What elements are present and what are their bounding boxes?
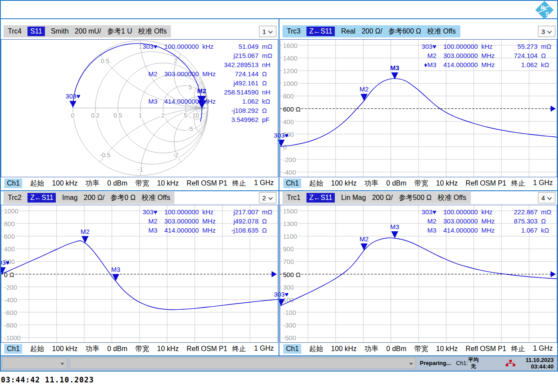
- stop-frequency: 终止1 GHz: [511, 345, 553, 354]
- channel-chip[interactable]: Ch1: [283, 179, 301, 188]
- vertical-splitter[interactable]: [279, 19, 279, 355]
- channel-chip[interactable]: Ch1: [4, 344, 22, 354]
- stop-label: 终止: [232, 345, 246, 354]
- statusbar-dropdown-left[interactable]: [2, 358, 67, 369]
- plot-area-trc1[interactable]: 150013001100900700500 Ω300100-100-300-50…: [280, 205, 557, 343]
- marker-readout-row: M3414.000000MHz-j108.635Ω: [132, 226, 275, 235]
- svg-text:-800: -800: [4, 321, 17, 329]
- marker-value: 1.062: [496, 60, 538, 69]
- measurement-chip[interactable]: Z←S11: [27, 193, 56, 203]
- marker-name: M2: [132, 216, 157, 226]
- marker-frequency: 414.000000: [157, 226, 199, 235]
- measurement-chip[interactable]: Z←S11: [306, 193, 335, 203]
- svg-text:900: 900: [283, 245, 294, 253]
- marker-readout: 303♥100.000000kHz51.049mΩj215.067mΩ342.2…: [132, 42, 275, 124]
- marker-frequency-unit: MHz: [478, 216, 496, 226]
- format-label: Lin Mag: [341, 194, 366, 202]
- measurement-chip[interactable]: S11: [27, 27, 44, 36]
- plot-area-trc4[interactable]: 00.20.5125100.5125-0.5-1-2-5303♥M2303♥10…: [1, 39, 278, 177]
- marker-frequency: [157, 78, 199, 88]
- titlebar: R S: [1, 1, 557, 19]
- window-select-dropdown-1[interactable]: 1: [259, 26, 276, 37]
- trace-header-trc4[interactable]: Trc4S11Smith200 mU/参考1 U校准 Offs: [3, 25, 171, 37]
- footer-item-label: 起始: [30, 345, 44, 354]
- marker-value: 342.289513: [217, 60, 259, 69]
- window-select-dropdown-2[interactable]: 2: [259, 192, 276, 203]
- measurement-chip[interactable]: Z←S11: [306, 27, 335, 36]
- marker-value-unit: pF: [259, 115, 275, 124]
- svg-text:-600: -600: [4, 309, 17, 316]
- footer-item-label: 起始: [30, 179, 44, 188]
- trace-header-trc2[interactable]: Trc2Z←S11Imag200 Ω/参考0 Ω校准 Offs: [3, 192, 174, 204]
- plot-area-trc3[interactable]: 1600140012001000800600 Ω4002000-200-4003…: [280, 39, 557, 177]
- footer-item-label: 带宽: [414, 345, 428, 354]
- marker-frequency-unit: [199, 88, 217, 97]
- marker-name: ♦M3: [411, 60, 436, 69]
- footer-item-value: 10 kHz: [157, 345, 179, 353]
- footer-item-value: 100 kHz: [52, 179, 78, 187]
- channel-chip[interactable]: Ch1: [4, 179, 22, 188]
- stop-value: 1 GHz: [254, 345, 274, 354]
- footer-item-value: 0 dBm: [386, 179, 406, 187]
- marker-frequency: 303.000000: [157, 69, 199, 78]
- app-window: R S Trc4S11Smith200 mU/参考1 U校准 Offs100.2…: [0, 0, 558, 372]
- svg-text:-100: -100: [283, 309, 296, 316]
- marker-triangle-m2-label: M2: [360, 235, 369, 243]
- marker-frequency: [157, 115, 199, 124]
- marker-readout-row: M2303.000000MHz724.104Ω: [411, 51, 554, 60]
- channel-chip[interactable]: Ch1: [283, 344, 301, 354]
- smith-marker-label-0: 303♥: [65, 92, 80, 100]
- marker-value-unit: Ω: [259, 216, 275, 226]
- marker-value-unit: kΩ: [538, 60, 554, 69]
- scale-label: 200 Ω/: [361, 27, 382, 35]
- footer-item-label: Refl OSM P1: [466, 179, 506, 187]
- marker-readout-row: M3414.000000MHz1.062kΩ: [132, 97, 275, 106]
- svg-text:1200: 1200: [283, 67, 297, 74]
- marker-readout: 303♥100.000000kHzj217.007mΩM2303.000000M…: [132, 207, 275, 235]
- marker-value-unit: Ω: [259, 78, 275, 88]
- trace-name-label: Trc3: [287, 27, 300, 35]
- marker-readout: 303♥100.000000kHz222.867mΩM2303.000000MH…: [411, 207, 554, 235]
- marker-value-unit: nH: [259, 60, 275, 69]
- plot-area-trc2[interactable]: 10008006004002000 Ω-200-400-600-800-1000…: [1, 205, 278, 343]
- marker-value: j492.078: [217, 216, 259, 226]
- marker-value: 222.867: [496, 207, 538, 216]
- svg-text:0 Ω: 0 Ω: [4, 271, 14, 278]
- marker-frequency: 303.000000: [436, 51, 478, 60]
- marker-value-unit: mΩ: [259, 51, 275, 60]
- marker-frequency-unit: [199, 106, 217, 115]
- stop-value: 1 GHz: [254, 179, 274, 188]
- marker-triangle-m2[interactable]: [82, 236, 88, 243]
- horizontal-splitter[interactable]: [1, 190, 557, 191]
- marker-frequency-unit: MHz: [478, 60, 496, 69]
- svg-text:0: 0: [71, 112, 75, 119]
- marker-triangle-m3[interactable]: [112, 274, 119, 281]
- svg-text:-0.5: -0.5: [100, 152, 110, 159]
- marker-frequency: 100.000000: [436, 42, 478, 51]
- logo-letter-s: S: [545, 10, 549, 17]
- window-select-dropdown-3[interactable]: 3: [538, 26, 555, 37]
- window-select-dropdown-4[interactable]: 4: [538, 192, 555, 203]
- statusbar-field[interactable]: [70, 358, 416, 369]
- calibration-label: 校准 Offs: [138, 27, 167, 36]
- window-number: 4: [541, 194, 545, 202]
- svg-text:0.2: 0.2: [91, 112, 100, 119]
- svg-text:-2: -2: [173, 152, 179, 159]
- marker-readout-row: M2303.000000MHz875.303Ω: [411, 216, 554, 226]
- channel-footer: Ch1起始100 kHz功率0 dBm带宽10 kHzRefl OSM P1终止…: [280, 177, 557, 189]
- trace-header-trc3[interactable]: Trc3Z←S11Real200 Ω/参考600 Ω校准 Offs: [282, 25, 460, 37]
- marker-frequency-unit: [199, 115, 217, 124]
- rs-logo: R S: [534, 0, 555, 22]
- marker-readout-row: j492.161Ω: [132, 78, 275, 88]
- stop-label: 终止: [511, 345, 525, 354]
- trace-header-trc1[interactable]: Trc1Z←S11Lin Mag200 Ω/参考500 Ω校准 Offs: [282, 192, 471, 204]
- footer-item-label: 起始: [309, 345, 323, 354]
- marker-triangle-m2[interactable]: [361, 243, 367, 250]
- footer-item-label: 带宽: [414, 179, 428, 188]
- svg-text:800: 800: [4, 220, 15, 227]
- marker-frequency-unit: MHz: [199, 226, 217, 235]
- footer-item-label: Refl OSM P1: [187, 345, 227, 353]
- marker-triangle-m3[interactable]: [391, 231, 398, 238]
- smith-marker-triangle-0[interactable]: [69, 101, 76, 108]
- marker-triangle-303-label: 303♥: [274, 291, 289, 298]
